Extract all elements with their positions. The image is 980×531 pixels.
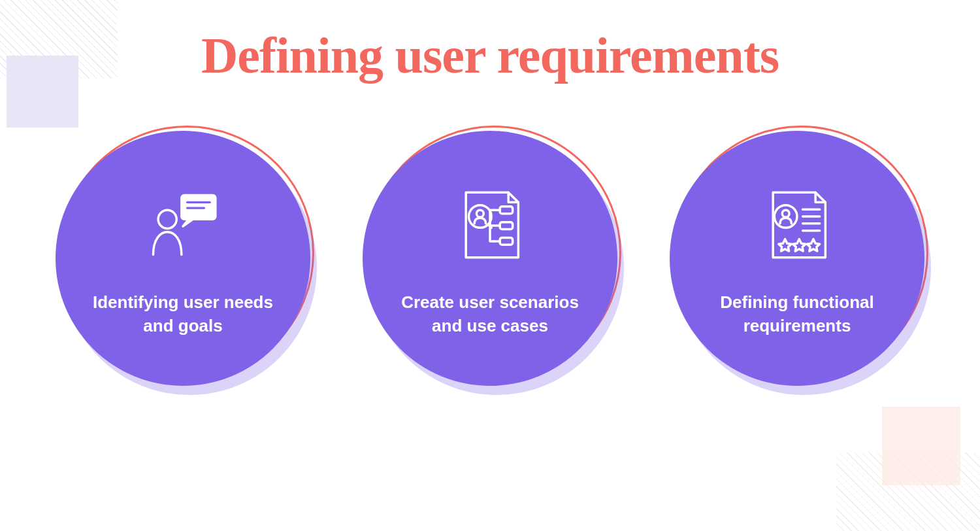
page-title: Defining user requirements <box>0 26 980 85</box>
svg-rect-7 <box>500 206 513 213</box>
item-caption: Identifying user needs and goals <box>85 290 281 338</box>
svg-rect-8 <box>500 222 513 229</box>
item-identifying-needs: Identifying user needs and goals <box>56 131 310 386</box>
svg-rect-9 <box>500 237 513 245</box>
items-row: Identifying user needs and goals <box>0 131 980 386</box>
item-disc: Defining functional requirements <box>670 131 924 386</box>
document-profile-icon <box>751 179 843 271</box>
item-caption: Create user scenarios and use cases <box>392 290 588 338</box>
svg-point-0 <box>158 210 176 228</box>
user-speech-icon <box>137 179 229 271</box>
svg-point-5 <box>476 210 483 217</box>
svg-point-14 <box>782 210 789 217</box>
item-caption: Defining functional requirements <box>699 290 895 338</box>
document-flow-icon <box>444 179 536 271</box>
item-disc: Identifying user needs and goals <box>56 131 310 386</box>
item-user-scenarios: Create user scenarios and use cases <box>363 131 617 386</box>
item-disc: Create user scenarios and use cases <box>363 131 617 386</box>
item-functional-requirements: Defining functional requirements <box>670 131 924 386</box>
decorative-square-bottom-right <box>882 407 960 485</box>
